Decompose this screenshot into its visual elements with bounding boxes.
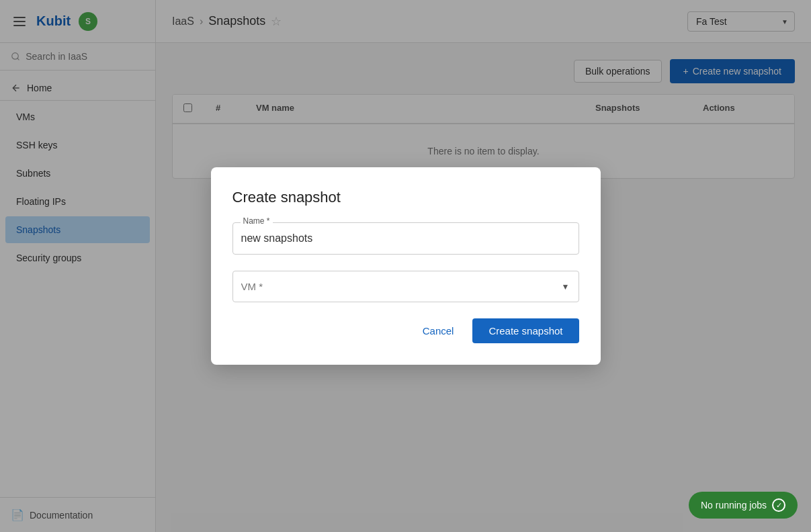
name-label: Name * bbox=[241, 216, 273, 226]
no-running-jobs-label: No running jobs bbox=[701, 500, 767, 511]
snapshot-name-input[interactable] bbox=[232, 222, 579, 255]
check-circle-icon: ✓ bbox=[772, 498, 785, 512]
vm-select[interactable]: VM * bbox=[232, 271, 579, 302]
modal-title: Create snapshot bbox=[232, 189, 579, 206]
create-snapshot-button[interactable]: Create snapshot bbox=[472, 318, 579, 343]
jobs-badge[interactable]: No running jobs ✓ bbox=[689, 492, 798, 519]
vm-field-group: VM * bbox=[232, 271, 579, 302]
vm-select-wrap: VM * bbox=[232, 271, 579, 302]
modal-overlay: Create snapshot Name * VM * Cancel Creat… bbox=[0, 0, 811, 532]
create-snapshot-modal: Create snapshot Name * VM * Cancel Creat… bbox=[211, 167, 601, 365]
cancel-button[interactable]: Cancel bbox=[412, 318, 465, 343]
name-field-group: Name * bbox=[232, 222, 579, 255]
modal-actions: Cancel Create snapshot bbox=[232, 318, 579, 343]
